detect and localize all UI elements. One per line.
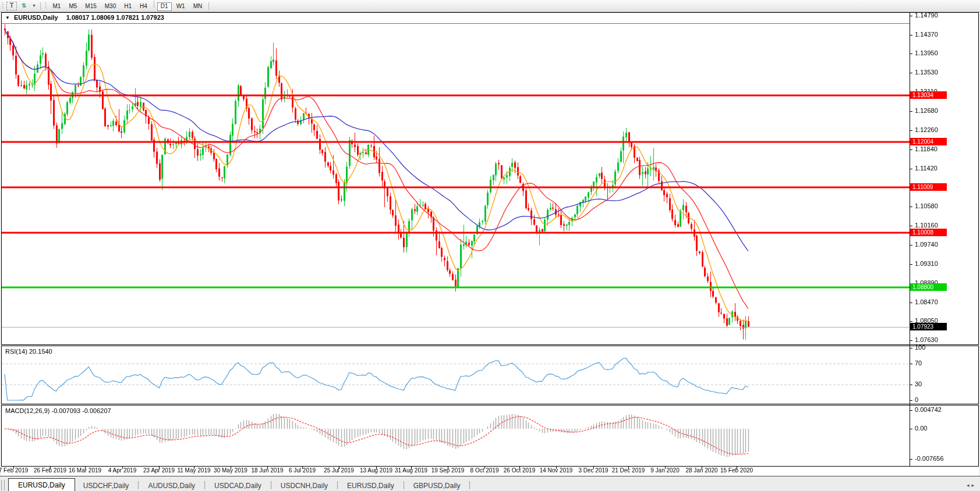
chart-tab-eurusd-5[interactable]: EURUSD,Daily [339,480,402,491]
date-tick-label: 6 Jul 2019 [289,467,316,474]
rsi-tick-label: 100 [915,344,925,351]
date-tick-label: 14 Nov 2019 [540,467,573,474]
chart-tab-eurusd-0[interactable]: EURUSD,Daily [8,478,75,491]
date-tick-label: 18 Jun 2019 [251,467,283,474]
date-tick-label: 28 Jan 2020 [685,467,717,474]
rsi-tick-label: 70 [915,360,922,367]
date-tick-label: 21 Dec 2019 [612,467,645,474]
price-tick-label: 1.12260 [915,126,938,133]
tabbar-grip[interactable] [1,480,5,490]
price-tick-label: 1.10580 [915,202,938,209]
price-tick-label: 1.14790 [915,12,938,19]
metatrader-window: T ⇅ ▾ M1M5M15M30H1H4D1W1MN ▼EURUSD,Daily… [0,0,980,491]
macd-name: MACD(12,26,9) [5,407,49,414]
price-tick-label: 1.07630 [915,336,938,343]
price-level-label[interactable]: 1.07923 [910,323,947,330]
macd-tick-label: 0.004742 [915,406,942,413]
chart-tab-gbpusd-6[interactable]: GBPUSD,Daily [405,480,469,491]
tab-divider [204,481,205,489]
date-tick-label: 26 Feb 2019 [34,467,66,474]
price-level-label[interactable]: 1.08800 [910,283,947,291]
date-tick-label: 4 Apr 2019 [108,467,136,474]
price-level-label[interactable]: 1.12004 [910,138,947,145]
price-level-label[interactable]: 1.13034 [910,91,947,99]
chart-tabs-bar: EURUSD,DailyUSDCHF,DailyAUDUSD,DailyUSDC… [0,476,980,491]
date-tick-label: 13 Aug 2019 [360,467,392,474]
chart-title-caret-icon[interactable]: ▼ [5,15,10,20]
chart-title: ▼EURUSD,Daily1.08017 1.08069 1.07821 1.0… [5,14,164,21]
chart-tab-usdchf-1[interactable]: USDCHF,Daily [75,480,137,491]
date-tick-label: 26 Oct 2019 [504,467,535,474]
chart-symbol-label: EURUSD,Daily [14,14,58,21]
rsi-current-value: 20.1540 [29,348,52,355]
rsi-tick-label: 0 [915,396,918,403]
price-tick-label: 1.08470 [915,298,938,305]
date-tick-label: 3 Dec 2019 [578,467,608,474]
date-tick-label: 16 Mar 2019 [69,467,101,474]
date-tick-label: 31 Aug 2019 [395,467,427,474]
date-tick-label: 11 May 2019 [177,467,210,474]
price-level-label[interactable]: 1.11009 [910,183,947,191]
date-tick-label: 25 Jul 2019 [324,467,354,474]
macd-current-values: -0.007093 -0.006207 [51,407,111,414]
tab-divider [337,481,338,489]
tab-divider [404,481,404,489]
macd-indicator-label: MACD(12,26,9) -0.007093 -0.006207 [5,407,111,414]
date-tick-label: 9 Jan 2020 [650,467,680,474]
macd-tick-label: -0.007656 [915,455,944,462]
price-tick-label: 1.09740 [915,241,938,248]
price-tick-label: 1.12680 [915,107,938,114]
date-tick-label: 19 Sep 2019 [431,467,465,474]
date-tick-label: 8 Oct 2019 [470,467,499,474]
tab-divider [271,481,271,489]
tab-divider [469,481,470,489]
rsi-name: RSI(14) [5,348,27,355]
price-tick-label: 1.13530 [915,69,938,76]
chart-tab-usdcnh-4[interactable]: USDCNH,Daily [273,480,336,491]
date-tick-label: 23 Apr 2019 [143,467,175,474]
rsi-indicator-label: RSI(14) 20.1540 [5,348,52,355]
price-chart-canvas[interactable] [0,0,980,491]
price-tick-label: 1.14370 [915,31,938,38]
date-tick-label: 30 May 2019 [214,467,247,474]
macd-tick-label: 0.00 [915,425,927,432]
date-tick-label: 15 Feb 2020 [720,467,753,474]
price-tick-label: 1.13950 [915,49,938,56]
chart-tab-audusd-2[interactable]: AUDUSD,Daily [140,480,203,491]
rsi-tick-label: 30 [915,380,922,387]
price-tick-label: 1.10160 [915,222,938,229]
chart-tabs: EURUSD,DailyUSDCHF,DailyAUDUSD,DailyUSDC… [8,478,471,491]
chart-tab-usdcad-3[interactable]: USDCAD,Daily [206,480,270,491]
chart-ohlc-values: 1.08017 1.08069 1.07821 1.07923 [66,14,164,21]
price-tick-label: 1.09310 [915,260,938,267]
price-tick-label: 1.11420 [915,165,937,172]
tab-scroll-right-icon[interactable]: ▸ [971,482,977,488]
price-tick-label: 1.11840 [915,145,937,152]
price-level-label[interactable]: 1.10008 [910,229,947,236]
date-tick-label: 7 Feb 2019 [0,467,28,474]
tab-divider [138,481,139,489]
